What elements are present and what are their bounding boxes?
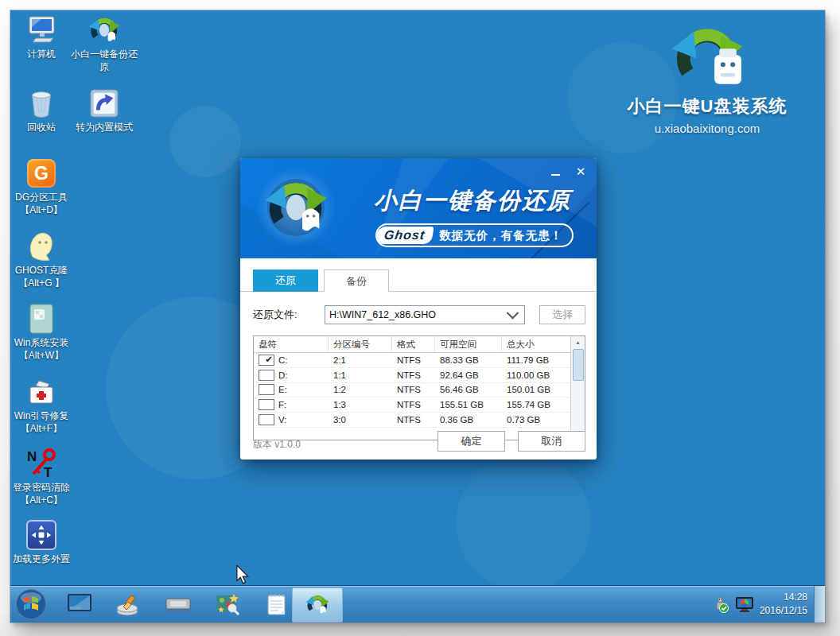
scroll-up-icon[interactable]: ▲ (571, 336, 585, 348)
ok-button[interactable]: 确定 (438, 431, 505, 452)
branding-url: u.xiaobaixitong.com (612, 122, 803, 135)
taskbar-item-backup-app-active[interactable] (292, 588, 343, 622)
backup-app-icon (305, 593, 329, 617)
bokeh-circle (169, 106, 241, 177)
dialog-title: 小白一键备份还原 (374, 185, 590, 217)
total-size: 111.79 GB (502, 355, 571, 365)
taskbar-item-image-tool[interactable] (212, 590, 243, 619)
table-row[interactable]: V: 3:0 NTFS 0.36 GB 0.73 GB (254, 413, 585, 428)
desktop-icon-ghost-clone[interactable]: GHOST克隆 【Alt+G 】 (10, 231, 72, 289)
cancel-button[interactable]: 取消 (518, 431, 585, 452)
restore-file-row: 还原文件: H:\WIN7_612_x86.GHO 选择 (253, 305, 585, 324)
table-header: 盘符 分区编号 格式 可用空间 总大小 (254, 336, 585, 353)
format: NTFS (392, 355, 435, 365)
desktop-icon-sublabel: 【Alt+G 】 (18, 277, 64, 290)
svg-text:N: N (27, 449, 37, 464)
checkbox[interactable] (259, 370, 274, 381)
taskbar-item-disk-cleanup[interactable] (114, 590, 144, 619)
tab-restore[interactable]: 还原 (253, 270, 318, 292)
backup-restore-logo-icon (264, 176, 328, 239)
total-size: 110.00 GB (502, 370, 571, 380)
display-tray-icon[interactable] (735, 595, 754, 613)
backup-restore-icon (88, 14, 120, 46)
partition-id: 3:0 (329, 415, 392, 425)
desktop-icon-sublabel: 【Alt+C】 (20, 494, 63, 507)
screen: 计算机 小白一键备份还原 回收站 转为内置模式 G DG分区工具 【Alt+D】… (10, 10, 825, 622)
desktop-icon-computer[interactable]: 计算机 (10, 14, 72, 61)
free-space: 155.51 GB (435, 400, 502, 409)
total-size: 0.73 GB (502, 415, 571, 425)
desktop-icon-dg-partition[interactable]: G DG分区工具 【Alt+D】 (10, 157, 72, 216)
table-row[interactable]: E: 1:2 NTFS 56.46 GB 150.01 GB (254, 383, 585, 398)
desktop-icon-recycle-bin[interactable]: 回收站 (10, 87, 72, 134)
backup-restore-dialog: 小白一键备份还原 Ghost 数据无价，有备无患！ ✕ 还原 备份 还原文件: … (240, 158, 597, 460)
notepad-icon (266, 592, 288, 616)
memory-chip-icon (164, 594, 192, 615)
table-row[interactable]: ✔C: 2:1 NTFS 88.33 GB 111.79 GB (254, 353, 585, 368)
close-button[interactable]: ✕ (574, 165, 587, 178)
branding: 小白一键U盘装系统 u.xiaobaixitong.com (612, 18, 803, 135)
col-free: 可用空间 (435, 336, 502, 352)
ghost-icon (25, 231, 57, 262)
taskbar-item-memory[interactable] (163, 590, 193, 619)
checkbox[interactable] (259, 414, 274, 425)
restore-file-value: H:\WIN7_612_x86.GHO (325, 309, 508, 320)
checkbox[interactable]: ✔ (259, 355, 274, 366)
partition-id: 1:1 (329, 370, 392, 380)
restore-file-label: 还原文件: (253, 308, 298, 322)
windows-start-icon (15, 588, 47, 620)
win-install-icon (25, 303, 57, 335)
desktop-icon-sublabel: 【Alt+F】 (21, 423, 62, 436)
usb-tray-icon[interactable] (712, 595, 729, 613)
total-size: 155.74 GB (502, 400, 571, 409)
drive-letter: C: (278, 355, 288, 365)
desktop-icon-label: GHOST克隆 (15, 265, 68, 277)
desktop-icon-password-clear[interactable]: NT 登录密码清除 【Alt+C】 (10, 448, 72, 506)
desktop-icon-label: 回收站 (27, 122, 56, 134)
start-button[interactable] (15, 588, 47, 620)
usb-brand-logo-icon (667, 18, 747, 91)
version-text: 版本 v1.0.0 (253, 438, 301, 452)
minimize-button[interactable] (549, 165, 562, 178)
desktop-icon-load-more[interactable]: 加载更多外置 (10, 519, 72, 566)
desktop-icon-win-repair[interactable]: Win引导修复 【Alt+F】 (10, 376, 72, 435)
dg-partition-icon: G (25, 157, 57, 189)
partition-id: 2:1 (329, 355, 392, 365)
desktop-icon-sublabel: 【Alt+W】 (19, 350, 64, 363)
desktop-icon-label: DG分区工具 (15, 192, 68, 204)
mouse-cursor (235, 565, 250, 589)
col-partition: 分区编号 (329, 336, 392, 352)
drive-letter: D: (278, 370, 288, 380)
checkbox[interactable] (259, 399, 274, 410)
table-scrollbar[interactable]: ▲ ▼ (570, 336, 585, 440)
desktop-icon-internal-mode[interactable]: 转为内置模式 (71, 87, 138, 134)
desktop-icon-sublabel: 【Alt+D】 (20, 204, 63, 217)
desktop-icon-label: 转为内置模式 (76, 122, 133, 134)
partition-id: 1:3 (329, 400, 392, 409)
branding-title: 小白一键U盘装系统 (612, 95, 803, 118)
show-desktop-button[interactable] (814, 586, 825, 622)
drive-letter: V: (278, 415, 286, 425)
table-row[interactable]: F: 1:3 NTFS 155.51 GB 155.74 GB (254, 398, 585, 413)
taskbar-item-notepad[interactable] (262, 590, 292, 619)
clock-time: 14:28 (760, 591, 807, 604)
checkbox[interactable] (259, 384, 274, 395)
tab-backup[interactable]: 备份 (324, 270, 389, 292)
col-format: 格式 (392, 336, 435, 352)
chevron-down-icon (507, 306, 519, 319)
desktop-icon-label: 计算机 (27, 48, 56, 61)
password-clear-icon: NT (25, 448, 57, 479)
taskbar-item-display[interactable] (64, 590, 95, 619)
free-space: 88.33 GB (435, 355, 502, 365)
format: NTFS (392, 400, 435, 409)
display-icon (67, 593, 92, 615)
taskbar-clock[interactable]: 14:28 2016/12/15 (760, 591, 807, 619)
table-row[interactable]: D: 1:1 NTFS 92.64 GB 110.00 GB (254, 368, 585, 383)
scrollbar-thumb[interactable] (573, 349, 584, 381)
restore-file-combobox[interactable]: H:\WIN7_612_x86.GHO (325, 305, 525, 324)
col-drive: 盘符 (254, 336, 329, 352)
desktop-icon-backup-restore[interactable]: 小白一键备份还原 (71, 14, 138, 73)
select-button[interactable]: 选择 (539, 305, 585, 324)
desktop-icon-label: 登录密码清除 (13, 482, 70, 494)
desktop-icon-win-install[interactable]: Win系统安装 【Alt+W】 (10, 303, 72, 362)
